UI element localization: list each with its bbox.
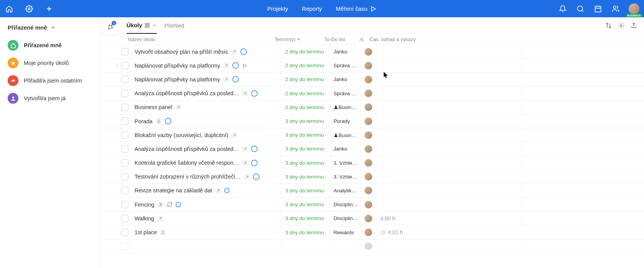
task-todo[interactable]: 3. Vzhle… [331, 156, 360, 170]
external-link-icon[interactable] [244, 174, 250, 180]
calendar-icon[interactable] [593, 4, 603, 13]
task-todo[interactable]: ♟Busin… [331, 128, 360, 142]
external-link-icon[interactable] [231, 132, 237, 138]
col-header-time[interactable]: Čas. odhad a výkazy [370, 36, 644, 42]
task-checkbox[interactable] [121, 173, 128, 180]
external-link-icon[interactable] [223, 76, 229, 83]
task-name[interactable]: Testování zobrazení v různých prohlížečí… [135, 174, 241, 180]
task-todo[interactable]: Správa … [331, 87, 360, 100]
col-header-assignee[interactable] [353, 37, 370, 42]
task-assignee[interactable] [360, 156, 376, 170]
refresh-icon[interactable] [167, 202, 172, 207]
task-assignee[interactable] [360, 170, 376, 184]
sidebar-item-priorities[interactable]: Moje priority úkolů [8, 58, 92, 68]
task-checkbox[interactable] [121, 201, 128, 208]
bell-icon[interactable] [558, 4, 567, 13]
task-checkbox[interactable] [121, 159, 128, 167]
task-checkbox[interactable] [121, 76, 128, 83]
task-row[interactable]: ⋮ Walking 3 dny do termínu Disciplin… 4:… [100, 212, 644, 225]
settings-icon[interactable] [25, 4, 34, 13]
task-row[interactable]: ⋮ [100, 240, 644, 253]
task-todo[interactable]: Disciplin… [331, 198, 360, 211]
home-icon[interactable] [5, 4, 14, 13]
task-todo[interactable]: 3. Vzhle… [331, 170, 360, 184]
external-link-icon[interactable] [215, 187, 221, 194]
external-link-icon[interactable] [175, 104, 181, 110]
task-assignee[interactable] [360, 198, 376, 211]
users-icon[interactable] [611, 4, 620, 13]
task-checkbox[interactable] [121, 104, 128, 111]
task-assignee[interactable] [360, 212, 376, 225]
task-checkbox[interactable] [121, 131, 128, 139]
task-todo[interactable]: Janko [331, 45, 360, 58]
task-assignee[interactable] [360, 225, 376, 239]
external-link-icon[interactable] [242, 90, 248, 96]
pin-tab[interactable]: 1 [102, 18, 119, 35]
task-checkbox[interactable] [121, 90, 128, 97]
task-row[interactable]: ⋮ Analýza úspěšnosti příspěvků za posled… [100, 87, 644, 101]
user-avatar[interactable]: BUSINESS [629, 3, 639, 14]
task-todo[interactable]: Analytik… [331, 184, 360, 197]
task-name[interactable]: Naplánovat příspěvky na platformy [135, 76, 220, 83]
external-link-icon[interactable] [242, 146, 248, 152]
task-todo[interactable] [331, 240, 360, 253]
task-name[interactable]: Analýza úspěšnosti příspěvků za posled… [135, 146, 239, 152]
task-row[interactable]: ⋮ Porada 1 3 dny do termínu Porady [100, 114, 644, 128]
task-row[interactable]: ⋮ Naplánovat příspěvky na platformy 2 dn… [100, 59, 644, 73]
task-name[interactable]: Revize strategie na základě dat [135, 187, 212, 194]
task-todo[interactable]: Disciplin… [331, 212, 360, 225]
task-checkbox[interactable] [121, 48, 128, 55]
task-assignee[interactable] [360, 45, 376, 58]
gear-icon[interactable] [618, 22, 624, 29]
task-checkbox[interactable] [121, 145, 128, 152]
task-name[interactable]: Naplánovat příspěvky na platformy [135, 63, 220, 69]
task-assignee[interactable] [360, 240, 376, 253]
task-name[interactable]: Blokační vazby (související, duplicitní) [135, 132, 228, 138]
task-assignee[interactable] [360, 142, 376, 156]
plus-icon[interactable] [44, 4, 54, 13]
task-name[interactable]: 1st place [135, 229, 157, 235]
task-todo[interactable]: Janko [331, 73, 360, 86]
external-link-icon[interactable] [231, 49, 237, 55]
task-name[interactable]: Business panel [135, 104, 172, 110]
task-assignee[interactable] [360, 87, 376, 100]
task-name[interactable]: Walking [135, 215, 154, 222]
nav-projekty[interactable]: Projekty [267, 5, 288, 12]
col-header-term[interactable]: Termín(y) [274, 36, 324, 42]
task-assignee[interactable] [360, 73, 376, 86]
sort-icon[interactable] [605, 22, 612, 29]
task-assignee[interactable] [360, 101, 376, 114]
task-name[interactable]: Fencing [135, 202, 154, 208]
task-row[interactable]: ⋮ Vytvořit obsahový plán na příští měsíc… [100, 45, 644, 59]
drag-handle-icon[interactable]: ⋮ [114, 63, 121, 69]
task-row[interactable]: ⋮ Blokační vazby (související, duplicitn… [100, 128, 644, 142]
nav-reporty[interactable]: Reporty [302, 5, 322, 12]
task-checkbox[interactable] [121, 187, 128, 194]
external-link-icon[interactable] [223, 63, 229, 69]
search-icon[interactable] [576, 4, 585, 13]
task-row[interactable]: ⋮ Revize strategie na základě dat 3 dny … [100, 184, 644, 198]
sidebar-item-delegated[interactable]: Přiřadil/a jsem ostatním [8, 75, 92, 86]
task-name[interactable]: Analýza úspěšnosti příspěvků za posled… [135, 90, 239, 96]
task-row[interactable]: ⋮ Fencing 3 3 dny do termínu Disciplin… [100, 198, 644, 212]
tab-prehled[interactable]: Přehled [164, 17, 184, 34]
external-link-icon[interactable] [157, 215, 163, 222]
play-icon[interactable] [242, 63, 247, 68]
task-todo[interactable]: Janko [331, 142, 360, 156]
task-todo[interactable]: ♟Busin… [331, 101, 360, 114]
task-name[interactable]: Vytvořit obsahový plán na příští měsíc [135, 49, 228, 55]
sidebar-item-created[interactable]: Vytvořil/a jsem já [8, 93, 92, 104]
export-icon[interactable] [631, 22, 637, 29]
task-row[interactable]: ⋮ 1st place 1 3 dny do termínu Rewards 4… [100, 225, 644, 239]
col-header-todo[interactable]: To-Do list [324, 36, 353, 42]
task-todo[interactable]: Porady [331, 114, 360, 128]
task-todo[interactable]: Správa … [331, 59, 360, 72]
task-checkbox[interactable] [121, 62, 128, 69]
col-header-name[interactable]: Název úkolu [128, 36, 274, 42]
task-row[interactable]: ⋮ Naplánovat příspěvky na platformy 2 dn… [100, 73, 644, 86]
task-name[interactable]: Kontrola grafické šablony včetně respon… [135, 160, 239, 166]
task-name[interactable]: Porada [135, 118, 153, 124]
tab-ukoly[interactable]: Úkoly [127, 17, 157, 34]
task-assignee[interactable] [360, 59, 376, 72]
sidebar-title[interactable]: Přiřazené mně [8, 24, 92, 31]
